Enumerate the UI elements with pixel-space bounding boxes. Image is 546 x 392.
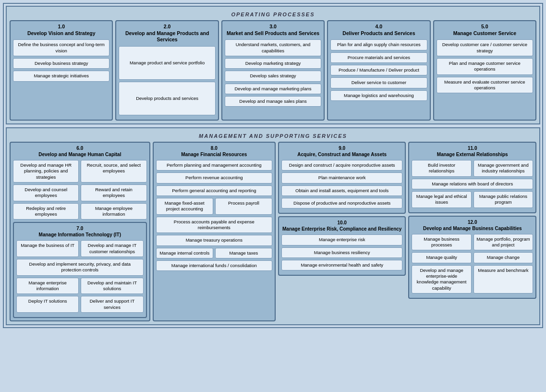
col5-title: 5.0 Manage Customer Service [437, 24, 533, 37]
col4-title: 4.0 Deliver Products and Services [330, 24, 427, 37]
item-7-2: Develop and manage IT customer relations… [81, 240, 143, 257]
item-3-4: Develop and manage marketing plans [225, 84, 321, 94]
item-9-3: Obtain and install assets, equipment and… [281, 185, 403, 196]
item-3-2: Develop marketing strategy [225, 58, 321, 69]
process-col-5: 5.0 Manage Customer Service Develop cust… [433, 20, 536, 121]
item-4-1: Plan for and align supply chain resource… [330, 39, 427, 50]
item-5-1: Develop customer care / customer service… [437, 39, 533, 56]
col12-title: 12.0 Develop and Manage Business Capabil… [412, 219, 533, 232]
item-8-4: Manage fixed-asset project accounting [156, 198, 213, 215]
item-9-2: Plan maintenance work [281, 172, 403, 183]
op-row: 1.0 Develop Vision and Strategy Define t… [10, 20, 536, 121]
process-col-1: 1.0 Develop Vision and Strategy Define t… [10, 20, 113, 121]
item-6-2: Recruit, source, and select employees [81, 160, 146, 183]
col11-row2: Manage legal and ethical issues Manage p… [412, 191, 533, 208]
item-4-2: Procure materials and services [330, 52, 427, 63]
item-11-1: Build investor relationships [412, 160, 471, 177]
col7-title: 7.0 Manage Information Technology (IT) [16, 225, 144, 238]
mgmt-col-11: 11.0 Manage External Relationships Build… [408, 142, 536, 213]
process-col-2: 2.0 Develop and Manage Products and Serv… [115, 20, 218, 121]
col8-row-88-89: Manage internal controls Manage taxes [156, 248, 272, 258]
item-8-9: Manage taxes [215, 248, 272, 258]
mgmt-col-10: 10.0 Manage Enterprise Risk, Compliance … [278, 216, 406, 276]
item-11-4: Manage legal and ethical issues [412, 191, 471, 208]
item-7-5: Develop and maintain IT solutions [81, 278, 143, 294]
mgmt-section: MANAGEMENT AND SUPPORTING SERVICES 6.0 D… [6, 127, 540, 325]
item-7-4: Manage enterprise information [16, 278, 79, 294]
item-8-8: Manage internal controls [156, 248, 213, 258]
item-5-3: Measure and evaluate customer service op… [437, 77, 533, 94]
item-9-1: Design and construct / acquire nonproduc… [281, 160, 403, 171]
item-1-3: Manage strategic initiatives [13, 71, 109, 81]
col11-row1: Build investor relationships Manage gove… [412, 160, 533, 177]
mgmt-col-9: 9.0 Acquire, Construct and Manage Assets… [278, 142, 406, 214]
mgmt-section-header: MANAGEMENT AND SUPPORTING SERVICES [10, 131, 536, 142]
item-7-7: Deliver and support IT services [81, 296, 143, 313]
col6-row2: Develop and counsel employees Reward and… [13, 184, 147, 201]
item-7-1: Manage the business of IT [16, 240, 79, 257]
item-12-4: Manage change [473, 252, 533, 263]
item-8-6: Process accounts payable and expense rei… [156, 217, 272, 233]
mgmt-col-7: 7.0 Manage Information Technology (IT) M… [13, 222, 147, 318]
item-12-1: Manage business processes [412, 234, 471, 251]
op-section-header: OPERATING PROCESSES [10, 10, 536, 20]
item-10-2: Manage business resiliency [281, 247, 403, 258]
item-11-2: Manage government and industry relations… [473, 160, 533, 177]
item-8-7: Manage treasury operations [156, 235, 272, 245]
col12-row1: Manage business processes Manage portfol… [412, 234, 533, 251]
col6-row3: Redeploy and retire employees Manage emp… [13, 203, 147, 220]
col8-title: 8.0 Manage Financial Resources [156, 145, 272, 158]
item-2-2: Develop products and services [119, 82, 215, 115]
item-9-4: Dispose of productive and nonproductive … [281, 198, 403, 208]
item-4-5: Manage logistics and warehousing [330, 90, 427, 101]
item-10-1: Manage enterprise risk [281, 234, 403, 245]
mgmt-col-910: 9.0 Acquire, Construct and Manage Assets… [278, 142, 406, 321]
item-5-2: Plan and manage customer service operati… [437, 58, 533, 75]
col7-row3: Manage enterprise information Develop an… [16, 278, 144, 294]
mgmt-row: 6.0 Develop and Manage Human Capital Dev… [10, 142, 536, 321]
col6-row1: Develop and manage HR planning, policies… [13, 160, 147, 183]
mgmt-col-8: 8.0 Manage Financial Resources Perform p… [153, 142, 276, 321]
process-col-4: 4.0 Deliver Products and Services Plan f… [327, 20, 430, 121]
col6-title: 6.0 Develop and Manage Human Capital [13, 145, 147, 158]
item-8-5: Process payroll [215, 198, 272, 215]
item-3-1: Understand markets, customers, and capab… [225, 39, 321, 56]
item-11-5: Manage public relations program [473, 191, 533, 208]
item-2-1: Manage product and service portfolio [119, 46, 215, 80]
mgmt-right: 11.0 Manage External Relationships Build… [408, 142, 536, 321]
item-4-3: Produce / Manufacture / Deliver product [330, 65, 427, 75]
item-8-2: Perform revenue accounting [156, 172, 272, 183]
item-1-1: Define the business concept and long-ter… [13, 39, 109, 56]
col9-title: 9.0 Acquire, Construct and Manage Assets [281, 145, 403, 158]
item-3-5: Develop and manage sales plans [225, 96, 321, 107]
item-1-2: Develop business strategy [13, 58, 109, 69]
item-3-3: Develop sales strategy [225, 71, 321, 81]
item-8-10: Manage international funds / consolidati… [156, 260, 272, 271]
col1-title: 1.0 Develop Vision and Strategy [13, 24, 109, 37]
item-6-5: Redeploy and retire employees [13, 203, 79, 220]
col2-title: 2.0 Develop and Manage Products and Serv… [119, 24, 215, 43]
item-8-1: Perform planning and management accounti… [156, 160, 272, 171]
item-7-6: Deploy IT solutions [16, 296, 79, 313]
col3-title: 3.0 Market and Sell Products and Service… [225, 24, 321, 37]
process-col-3: 3.0 Market and Sell Products and Service… [221, 20, 325, 121]
item-8-3: Perform general accounting and reporting [156, 185, 272, 196]
col7-row1: Manage the business of IT Develop and ma… [16, 240, 144, 257]
item-11-3: Manage relations with board of directors [412, 179, 533, 189]
operating-processes-section: OPERATING PROCESSES 1.0 Develop Vision a… [6, 6, 540, 124]
col7-row4: Deploy IT solutions Deliver and support … [16, 296, 144, 313]
mgmt-col-12: 12.0 Develop and Manage Business Capabil… [408, 216, 536, 299]
item-6-1: Develop and manage HR planning, policies… [13, 160, 79, 183]
item-12-2: Manage portfolio, program and project [473, 234, 533, 251]
item-4-4: Deliver service to customer [330, 77, 427, 88]
col10-title: 10.0 Manage Enterprise Risk, Compliance … [281, 220, 403, 232]
item-6-4: Reward and retain employees [81, 184, 146, 201]
item-12-6: Measure and benchmark [473, 265, 533, 294]
item-12-3: Manage quality [412, 252, 471, 263]
main-container: OPERATING PROCESSES 1.0 Develop Vision a… [3, 3, 543, 328]
item-6-6: Manage employee information [81, 203, 146, 220]
item-6-3: Develop and counsel employees [13, 184, 79, 201]
item-12-5: Develop and manage enterprise-wide knowl… [412, 265, 471, 294]
item-7-3: Develop and implement security, privacy,… [16, 259, 144, 276]
mgmt-col-6: 6.0 Develop and Manage Human Capital Dev… [10, 142, 150, 321]
